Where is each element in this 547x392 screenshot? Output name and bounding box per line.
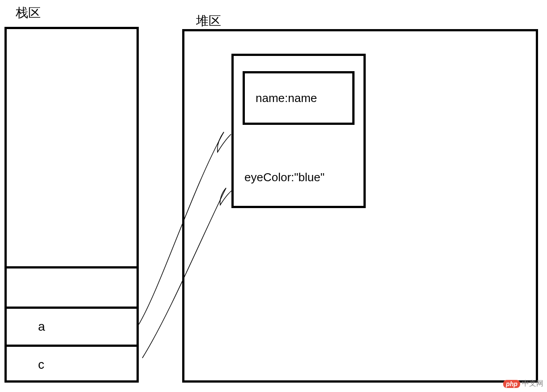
heap-object-inner-prop: name:name [243, 71, 355, 125]
heap-object: name:name eyeColor:"blue" [231, 54, 366, 208]
watermark: php 中文网 [503, 379, 543, 388]
heap-container: name:name eyeColor:"blue" [182, 29, 538, 383]
heap-object-outer-prop: eyeColor:"blue" [244, 170, 325, 184]
watermark-badge: php [503, 380, 520, 388]
stack-row-a: a [7, 307, 137, 345]
stack-area-label: 栈区 [16, 4, 41, 21]
heap-area-label: 堆区 [196, 13, 221, 30]
watermark-text: 中文网 [522, 379, 543, 388]
stack-row-c: c [7, 345, 137, 383]
stack-container: a c [4, 27, 139, 383]
stack-row-empty [7, 266, 137, 307]
